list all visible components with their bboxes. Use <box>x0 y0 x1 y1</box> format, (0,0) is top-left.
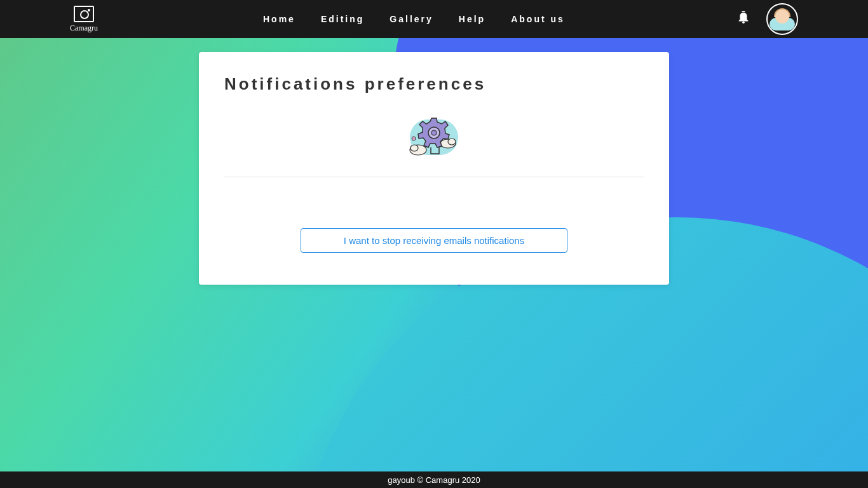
camera-icon <box>74 6 94 22</box>
nav-about[interactable]: About us <box>511 14 565 24</box>
user-avatar[interactable] <box>766 3 798 35</box>
nav-gallery[interactable]: Gallery <box>390 14 433 24</box>
svg-rect-1 <box>742 11 745 12</box>
divider <box>224 177 644 177</box>
gear-illustration <box>224 113 644 161</box>
footer-text: gayoub © Camagru 2020 <box>388 475 480 485</box>
notifications-bell-icon[interactable] <box>736 10 750 28</box>
header: Camagru Home Editing Gallery Help About … <box>0 0 868 38</box>
preferences-card: Notifications preferences <box>199 52 669 285</box>
brand-logo[interactable]: Camagru <box>70 6 98 33</box>
svg-point-8 <box>412 137 416 140</box>
main-nav: Home Editing Gallery Help About us <box>263 14 565 24</box>
svg-point-3 <box>410 145 418 151</box>
stop-emails-button[interactable]: I want to stop receiving emails notifica… <box>301 228 567 253</box>
svg-point-0 <box>742 21 745 24</box>
svg-point-7 <box>431 130 437 135</box>
card-title: Notifications preferences <box>224 74 644 94</box>
brand-name: Camagru <box>70 24 98 33</box>
nav-home[interactable]: Home <box>263 14 295 24</box>
main-content: Notifications preferences <box>0 38 868 471</box>
header-actions <box>736 3 798 35</box>
nav-editing[interactable]: Editing <box>321 14 364 24</box>
svg-point-5 <box>448 139 456 145</box>
nav-help[interactable]: Help <box>459 14 485 24</box>
footer: gayoub © Camagru 2020 <box>0 471 868 488</box>
